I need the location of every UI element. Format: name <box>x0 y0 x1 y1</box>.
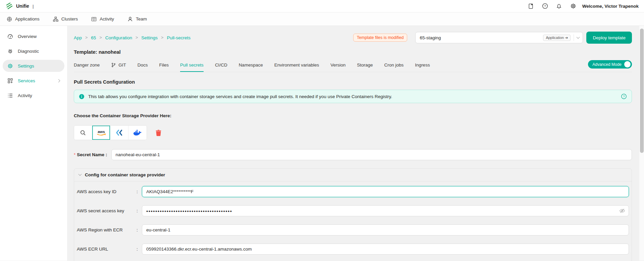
provider-aws-button[interactable]: aws <box>92 126 110 140</box>
breadcrumb-item-pull-secrets[interactable]: Pull-secrets <box>167 35 191 40</box>
provider-button-group: aws <box>74 125 147 140</box>
tab-pull-secrets[interactable]: Pull secrets <box>180 59 204 72</box>
question-circle-icon[interactable]: ? <box>621 93 627 99</box>
sidebar-item-services[interactable]: Services <box>3 75 64 87</box>
brand-name: Unifie <box>16 3 29 9</box>
tab-environment-variables[interactable]: Environment variables <box>274 59 319 72</box>
nav-label: Applications <box>15 16 40 21</box>
aws-logo: aws <box>96 129 107 136</box>
aws-secret-access-key-input[interactable] <box>142 205 629 216</box>
config-section-header[interactable]: Config for container storage provider <box>74 169 632 181</box>
provider-search-button[interactable] <box>74 126 92 140</box>
select-divider <box>574 34 574 41</box>
tab-ingress[interactable]: Ingress <box>415 59 430 72</box>
deploy-target-select[interactable]: 65-staging Application ➔ <box>415 32 583 43</box>
tab-cron-jobs[interactable]: Cron jobs <box>384 59 404 72</box>
settings-gear-icon <box>7 63 13 69</box>
eye-invisible-icon[interactable] <box>619 208 625 213</box>
tab-docs[interactable]: Docs <box>138 59 148 72</box>
field-row-aws-ecr-url: AWS ECR URL : <box>77 244 629 255</box>
brand-divider: | <box>33 4 34 9</box>
top-header: Unifie | ? Welcome, Victor Trapenok <box>0 0 644 12</box>
secret-name-input[interactable] <box>111 149 632 160</box>
applications-icon <box>7 16 12 22</box>
changelog-icon[interactable] <box>528 3 534 9</box>
settings-gear-icon[interactable] <box>570 3 576 9</box>
notifications-bell-icon[interactable] <box>556 3 562 9</box>
breadcrumb: App > 65 > Configuration > Settings > Pu… <box>74 35 353 40</box>
field-label: AWS Region with ECR <box>77 227 137 232</box>
colon: : <box>106 152 107 157</box>
welcome-user-text: Welcome, Victor Trapenok <box>582 4 639 9</box>
breadcrumb-separator: > <box>99 35 102 40</box>
breadcrumb-item-65[interactable]: 65 <box>91 35 96 40</box>
diagnostic-bug-icon <box>7 48 13 54</box>
provider-registry-button[interactable] <box>110 126 128 140</box>
breadcrumb-item-settings[interactable]: Settings <box>141 35 158 40</box>
deploy-template-button[interactable]: Deploy template <box>586 32 632 44</box>
colon: : <box>137 208 142 213</box>
scrollbar-thumb[interactable] <box>640 29 644 153</box>
tab-storage[interactable]: Storage <box>357 59 373 72</box>
git-branch-icon <box>111 62 116 68</box>
provider-docker-button[interactable] <box>128 126 147 140</box>
advanced-mode-toggle[interactable]: Advanced Mode <box>588 60 632 69</box>
aws-ecr-url-input[interactable] <box>142 244 629 255</box>
help-icon[interactable]: ? <box>542 3 548 9</box>
field-label: AWS access key ID <box>77 189 137 194</box>
app-nav: Applications Clusters Activity Team <box>0 12 644 26</box>
sidebar-item-label: Overview <box>18 34 60 39</box>
breadcrumb-item-app[interactable]: App <box>74 35 82 40</box>
nav-item-team[interactable]: Team <box>127 16 147 22</box>
field-row-aws-region: AWS Region with ECR : <box>77 224 629 235</box>
breadcrumb-separator: > <box>161 35 163 40</box>
field-row-aws-secret-access-key: AWS secret access key : <box>77 205 629 216</box>
chevron-down-icon <box>577 35 580 39</box>
tab-files[interactable]: Files <box>159 59 169 72</box>
tab-ci-cd[interactable]: CI/CD <box>215 59 227 72</box>
trash-icon <box>156 130 161 136</box>
provider-prompt: Choose the Container Storage Provider He… <box>74 113 632 118</box>
sidebar-item-label: Services <box>18 78 53 83</box>
aws-access-key-id-input[interactable] <box>142 186 629 197</box>
breadcrumb-separator: > <box>136 35 138 40</box>
field-label: AWS secret access key <box>77 208 137 213</box>
search-icon <box>80 130 86 136</box>
tab-danger-zone[interactable]: Danger zone <box>74 59 100 72</box>
sidebar-item-overview[interactable]: Overview <box>3 30 64 42</box>
docker-whale-icon <box>133 129 142 136</box>
nav-item-activity[interactable]: Activity <box>91 16 114 22</box>
tab-version[interactable]: Version <box>330 59 345 72</box>
tabs-bar: Danger zone GIT Docs Files Pull secrets … <box>74 59 632 72</box>
info-alert: This tab allows you configure integratio… <box>74 90 632 103</box>
services-grid-icon <box>7 78 13 84</box>
unifie-logo-icon <box>5 2 13 10</box>
info-icon <box>79 94 85 99</box>
toggle-knob <box>624 61 631 68</box>
info-alert-text: This tab allows you configure integratio… <box>88 94 617 99</box>
double-chevron-registry-icon <box>115 129 123 136</box>
page-scrollbar[interactable] <box>639 26 644 261</box>
sidebar-item-settings[interactable]: Settings <box>3 60 64 72</box>
template-title: Template: nanoheal <box>74 49 632 55</box>
nav-item-applications[interactable]: Applications <box>7 16 40 22</box>
aws-region-input[interactable] <box>142 224 629 235</box>
sidebar-item-label: Settings <box>18 63 60 69</box>
nav-label: Activity <box>100 16 114 21</box>
delete-provider-button[interactable] <box>156 130 161 136</box>
nav-item-clusters[interactable]: Clusters <box>53 16 78 22</box>
tab-namespace[interactable]: Namespace <box>239 59 263 72</box>
arrow-right-icon: ➔ <box>565 36 568 40</box>
breadcrumb-item-configuration[interactable]: Configuration <box>105 35 132 40</box>
sidebar-item-activity[interactable]: Activity <box>3 89 64 101</box>
svg-text:?: ? <box>623 95 625 98</box>
sidebar-item-diagnostic[interactable]: Diagnostic <box>3 45 64 57</box>
field-row-aws-access-key-id: AWS access key ID : <box>77 186 629 197</box>
secret-name-label: Secret Name <box>77 152 104 157</box>
tab-git[interactable]: GIT <box>111 59 126 72</box>
svg-text:?: ? <box>544 4 546 8</box>
clusters-icon <box>53 16 58 22</box>
team-icon <box>127 16 133 22</box>
brand-logo-link[interactable]: Unifie <box>5 2 29 10</box>
colon: : <box>137 227 142 232</box>
